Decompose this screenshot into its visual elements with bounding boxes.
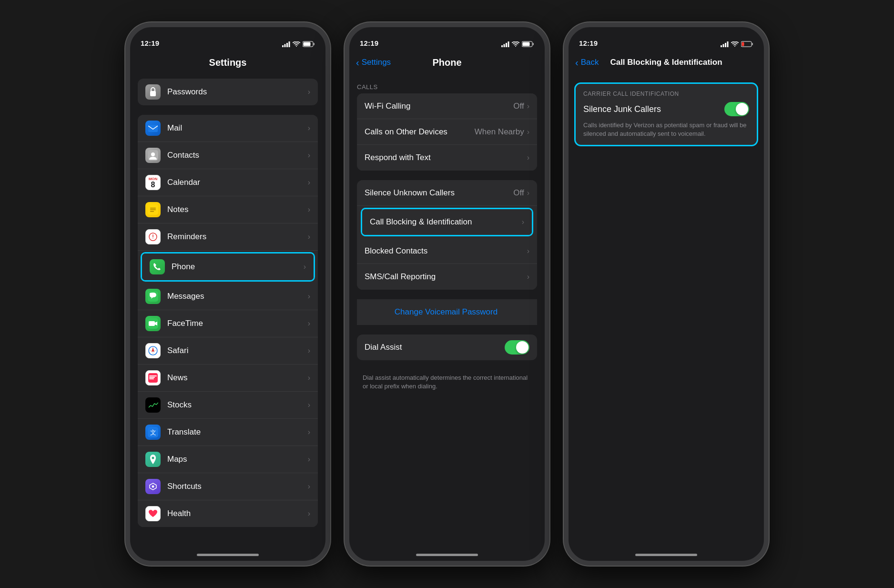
calls-section-header: CALLS — [349, 79, 545, 93]
back-arrow-2: ‹ — [356, 57, 359, 68]
time-3: 12:19 — [579, 39, 598, 47]
settings-item-shortcuts[interactable]: Shortcuts › — [138, 473, 318, 500]
calendar-chevron: › — [308, 178, 310, 187]
respond-text-label: Respond with Text — [365, 153, 527, 162]
news-chevron: › — [308, 374, 310, 382]
time-2: 12:19 — [360, 39, 378, 47]
safari-label: Safari — [167, 346, 308, 355]
wifi-icon-3 — [731, 41, 739, 47]
voicemail-group: Change Voicemail Password — [357, 299, 537, 325]
svg-rect-40 — [725, 43, 726, 47]
reminders-icon — [145, 229, 161, 244]
svg-rect-39 — [723, 44, 724, 47]
phone3-content: CARRIER CALL IDENTIFICATION Silence Junk… — [569, 75, 764, 561]
notch-2 — [411, 27, 483, 41]
call-blocking-item[interactable]: Call Blocking & Identification › — [362, 209, 532, 235]
battery-icon — [303, 41, 315, 47]
settings-item-stocks[interactable]: Stocks › — [138, 392, 318, 419]
svg-rect-41 — [727, 41, 729, 47]
calls-other-item[interactable]: Calls on Other Devices When Nearby › — [357, 119, 537, 145]
health-label: Health — [167, 509, 308, 518]
respond-text-chevron: › — [527, 153, 529, 162]
status-icons-1 — [282, 41, 315, 47]
contacts-icon — [145, 148, 161, 163]
calendar-label: Calendar — [167, 178, 308, 187]
safari-icon — [145, 343, 161, 358]
dial-assist-toggle[interactable] — [505, 340, 529, 355]
notes-chevron: › — [308, 205, 310, 214]
time-1: 12:19 — [141, 39, 159, 47]
signal-icon-3 — [721, 41, 729, 47]
svg-rect-6 — [304, 42, 311, 46]
phone-3: 12:19 ‹ Back — [564, 22, 769, 566]
silence-junk-label: Silence Junk Callers — [583, 104, 661, 114]
settings-item-passwords[interactable]: Passwords › — [138, 79, 318, 105]
settings-item-contacts[interactable]: Contacts › — [138, 142, 318, 169]
messages-label: Messages — [167, 292, 308, 301]
dial-assist-item[interactable]: Dial Assist — [357, 335, 537, 360]
back-button-2[interactable]: ‹ Settings — [356, 57, 391, 68]
settings-item-reminders[interactable]: Reminders › — [138, 223, 318, 251]
wifi-calling-item[interactable]: Wi-Fi Calling Off › — [357, 93, 537, 119]
stocks-chevron: › — [308, 401, 310, 409]
settings-item-health[interactable]: Health › — [138, 500, 318, 527]
dial-assist-desc: Dial assist automatically determines the… — [349, 370, 545, 397]
svg-rect-33 — [506, 43, 507, 47]
carrier-section-label: CARRIER CALL IDENTIFICATION — [583, 91, 749, 97]
safari-chevron: › — [308, 346, 310, 355]
silence-junk-knob — [736, 103, 748, 115]
messages-chevron: › — [308, 292, 310, 301]
settings-item-calendar[interactable]: MON 8 Calendar › — [138, 169, 318, 196]
news-icon — [145, 370, 161, 385]
stocks-icon — [145, 397, 161, 413]
settings-item-translate[interactable]: 文 Translate › — [138, 419, 318, 446]
svg-rect-0 — [282, 45, 284, 47]
notes-icon — [145, 202, 161, 217]
settings-item-phone[interactable]: Phone › — [142, 253, 314, 280]
sms-reporting-label: SMS/Call Reporting — [365, 272, 527, 282]
settings-item-facetime[interactable]: FaceTime › — [138, 310, 318, 337]
respond-text-item[interactable]: Respond with Text › — [357, 145, 537, 171]
settings-list-1: Passwords › Mail › Contacts › — [130, 75, 325, 561]
svg-rect-2 — [286, 43, 288, 47]
nav-title-1: Settings — [209, 57, 247, 68]
svg-rect-31 — [501, 45, 503, 47]
silence-unknown-item[interactable]: Silence Unknown Callers Off › — [357, 180, 537, 206]
blocked-contacts-label: Blocked Contacts — [365, 246, 527, 256]
silence-unknown-chevron: › — [527, 189, 529, 197]
voicemail-link[interactable]: Change Voicemail Password — [357, 299, 537, 325]
silence-junk-row: Silence Junk Callers — [583, 102, 749, 116]
silence-unknown-value: Off — [513, 188, 524, 198]
news-label: News — [167, 373, 308, 383]
svg-rect-43 — [752, 43, 753, 45]
back-button-3[interactable]: ‹ Back — [575, 57, 599, 68]
settings-item-mail[interactable]: Mail › — [138, 115, 318, 142]
nav-title-3: Call Blocking & Identification — [610, 58, 722, 67]
notes-label: Notes — [167, 205, 308, 214]
silence-junk-toggle[interactable] — [724, 102, 749, 116]
settings-item-messages[interactable]: Messages › — [138, 283, 318, 310]
wifi-calling-value: Off — [513, 101, 524, 111]
svg-rect-12 — [150, 208, 156, 209]
mail-icon — [145, 121, 161, 136]
settings-item-news[interactable]: News › — [138, 365, 318, 392]
wifi-icon — [293, 41, 300, 47]
battery-icon-3 — [741, 41, 753, 47]
dial-assist-group: Dial Assist — [357, 335, 537, 360]
svg-rect-5 — [314, 43, 315, 45]
phone-highlight-box: Phone › — [141, 252, 315, 282]
settings-item-notes[interactable]: Notes › — [138, 196, 318, 223]
settings-item-maps[interactable]: Maps › — [138, 446, 318, 473]
settings-group-main: Mail › Contacts › MON 8 Calendar › — [138, 115, 318, 527]
maps-chevron: › — [308, 455, 310, 464]
blocked-contacts-chevron: › — [527, 247, 529, 255]
sms-reporting-item[interactable]: SMS/Call Reporting › — [357, 264, 537, 290]
svg-point-10 — [151, 152, 155, 156]
maps-label: Maps — [167, 455, 308, 464]
settings-item-safari[interactable]: Safari › — [138, 337, 318, 365]
translate-chevron: › — [308, 428, 310, 436]
blocked-contacts-item[interactable]: Blocked Contacts › — [357, 238, 537, 264]
svg-rect-16 — [152, 234, 153, 237]
battery-icon-2 — [522, 41, 534, 47]
svg-rect-36 — [533, 43, 534, 45]
